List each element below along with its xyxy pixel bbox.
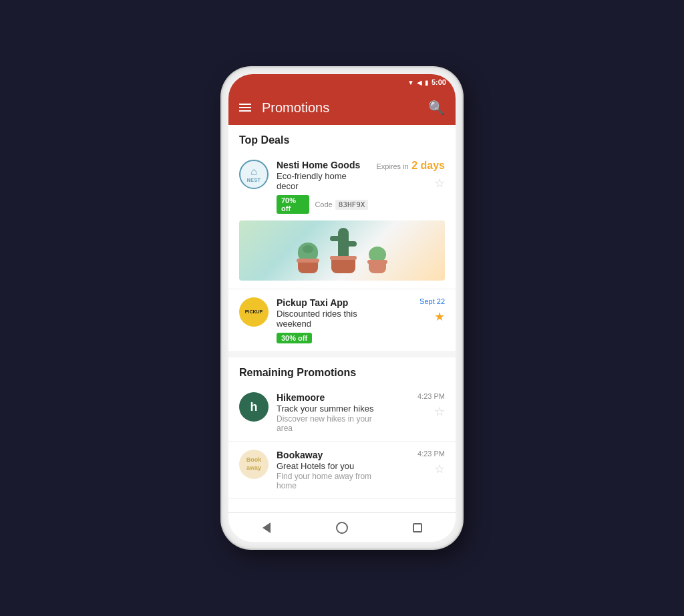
nesti-logo: ⌂ NEST — [239, 160, 269, 189]
pickup-discount-badge: 30% off — [277, 333, 312, 343]
back-button[interactable] — [254, 516, 279, 540]
pickup-logo: PICKUP — [239, 297, 269, 327]
content-area: Top Deals ⌂ NEST Nesti Home Goods Eco-fr… — [228, 125, 456, 512]
hikemoore-date: 4:23 PM — [417, 392, 445, 400]
section-title-remaining: Remaining Promotions — [228, 357, 456, 384]
nesti-desc: Eco-friendly home decor — [277, 171, 368, 191]
promo-item-nesti[interactable]: ⌂ NEST Nesti Home Goods Eco-friendly hom… — [228, 152, 456, 289]
bookaway-subdesc: Find your home away from home — [277, 472, 390, 490]
wifi-icon: ▼ — [407, 79, 414, 86]
status-bar: ▼ ◀ ▮ 5:00 — [228, 74, 456, 90]
page-title: Promotions — [262, 100, 417, 116]
home-button[interactable] — [330, 516, 354, 540]
app-bar: Promotions 🔍 — [228, 90, 456, 125]
pickup-date: Sept 22 — [419, 297, 445, 305]
section-divider — [228, 352, 456, 357]
promo-item-hikemoore[interactable]: h Hikemoore Track your summer hikes Disc… — [228, 384, 456, 442]
bookaway-desc: Great Hotels for you — [277, 461, 390, 471]
pickup-name: Pickup Taxi App — [277, 297, 390, 308]
status-time: 5:00 — [432, 78, 446, 86]
hikemoore-desc: Track your summer hikes — [277, 404, 390, 414]
hikemoore-name: Hikemoore — [277, 392, 390, 403]
nesti-expires: Expires in 2 days — [376, 160, 445, 172]
code-label: Code — [315, 200, 332, 208]
bookaway-name: Bookaway — [277, 450, 390, 460]
bookaway-date: 4:23 PM — [417, 450, 445, 458]
nesti-product-image — [239, 220, 445, 281]
section-title-top-deals: Top Deals — [228, 125, 456, 152]
promo-item-pickup[interactable]: PICKUP Pickup Taxi App Discounted rides … — [228, 289, 456, 352]
nesti-name: Nesti Home Goods — [277, 160, 368, 170]
home-icon — [336, 522, 348, 534]
bookaway-logo: Bookaway — [239, 450, 269, 479]
pickup-star-icon[interactable]: ★ — [434, 309, 445, 324]
back-icon — [263, 522, 271, 533]
signal-icon: ◀ — [417, 79, 422, 86]
hikemoore-star-icon[interactable]: ☆ — [434, 404, 445, 419]
promo-item-bookaway[interactable]: Bookaway Bookaway Great Hotels for you F… — [228, 442, 456, 499]
phone-screen: ▼ ◀ ▮ 5:00 Promotions 🔍 Top Deals — [228, 74, 456, 542]
bottom-nav — [228, 512, 456, 542]
nesti-star-icon[interactable]: ☆ — [434, 176, 445, 190]
pickup-desc: Discounted rides this weekend — [277, 309, 390, 329]
search-icon[interactable]: 🔍 — [428, 100, 445, 116]
menu-button[interactable] — [239, 104, 251, 112]
nesti-discount-badge: 70% off — [277, 195, 309, 214]
hikemoore-logo: h — [239, 392, 269, 422]
bookaway-star-icon[interactable]: ☆ — [434, 462, 445, 476]
hikemoore-subdesc: Discover new hikes in your area — [277, 414, 390, 433]
phone-frame: ▼ ◀ ▮ 5:00 Promotions 🔍 Top Deals — [222, 67, 462, 549]
recents-icon — [413, 523, 422, 532]
recents-button[interactable] — [405, 516, 430, 540]
battery-icon: ▮ — [425, 79, 429, 86]
code-value: 83HF9X — [335, 200, 369, 210]
